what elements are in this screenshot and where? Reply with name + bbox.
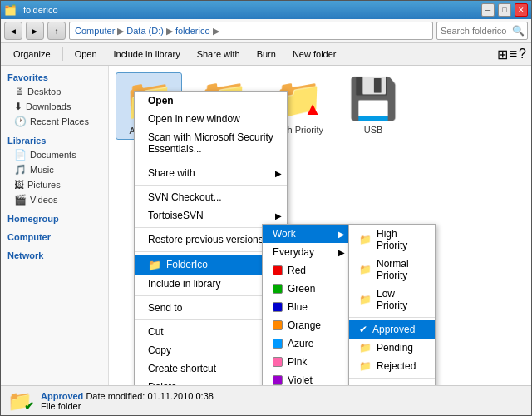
help-button[interactable]: ?	[519, 47, 526, 62]
sub1-pink[interactable]: Pink	[263, 353, 348, 371]
ctx-open-new-window[interactable]: Open in new window	[135, 110, 287, 128]
music-icon: 🎵	[14, 164, 27, 176]
submenu-folderico: Work▶ Everyday▶ Red Green Blue Orange Az…	[262, 224, 349, 385]
status-name: Approved	[41, 391, 83, 401]
new-folder-button[interactable]: New folder	[285, 46, 344, 62]
up-button[interactable]: ↑	[47, 22, 66, 40]
breadcrumb[interactable]: Computer ▶ Data (D:) ▶ folderico ▶	[69, 22, 433, 40]
sub2-pending[interactable]: 📁Pending	[349, 339, 435, 357]
homegroup-header[interactable]: Homegroup	[1, 210, 108, 225]
documents-icon: 📄	[14, 149, 27, 161]
content-area: 📁 ✔ Approved 📁 Green 📁 ▲ Hig	[109, 66, 531, 385]
view-list-button[interactable]: ≡	[510, 47, 517, 62]
breadcrumb-drive[interactable]: Data (D:)	[126, 26, 164, 36]
view-toggle-button[interactable]: ⊞	[497, 47, 508, 62]
breadcrumb-sep2: ▶	[166, 26, 173, 37]
title-bar-text: folderico	[20, 5, 478, 15]
sub1-green[interactable]: Green	[263, 280, 348, 298]
maximize-button[interactable]: □	[498, 3, 511, 17]
burn-button[interactable]: Burn	[249, 46, 283, 62]
ctx-share-with[interactable]: Share with▶	[135, 164, 287, 182]
close-button[interactable]: ✕	[515, 3, 528, 17]
favorites-header[interactable]: Favorites	[1, 69, 108, 84]
libraries-header[interactable]: Libraries	[1, 132, 108, 147]
breadcrumb-folder[interactable]: folderico	[175, 26, 210, 36]
minimize-button[interactable]: ─	[481, 3, 495, 17]
approved-icon: ✔	[359, 324, 367, 335]
ctx-scan[interactable]: Scan with Microsoft Security Essentials.…	[135, 128, 287, 158]
sidebar-item-downloads[interactable]: ⬇Downloads	[1, 99, 108, 114]
sub1-blue[interactable]: Blue	[263, 298, 348, 316]
status-bar: 📁 ✔ Approved Date modified: 01.11.2010 0…	[1, 385, 531, 415]
back-button[interactable]: ◄	[4, 22, 22, 40]
libraries-section: Libraries 📄Documents 🎵Music 🖼Pictures 🎬V…	[1, 132, 108, 207]
highpriority-badge: ▲	[303, 98, 322, 120]
sub1-red[interactable]: Red	[263, 261, 348, 280]
sub2-normal-priority[interactable]: 📁Normal Priority	[349, 255, 435, 285]
search-wrap: 🔍	[436, 22, 528, 40]
toolbar: Organize Open Include in library Share w…	[1, 43, 531, 66]
sub2-approved[interactable]: ✔Approved	[349, 320, 435, 339]
folder-usb-label: USB	[364, 125, 383, 135]
folder-usb-icon: 💾	[348, 76, 398, 121]
blue-dot	[273, 302, 283, 312]
videos-icon: 🎬	[14, 194, 27, 206]
sub1-work-arrow: ▶	[338, 230, 345, 239]
status-detail: Date modified: 01.11.2010 0:38	[86, 391, 214, 401]
sub2-high-priority[interactable]: 📁High Priority	[349, 225, 435, 255]
title-bar: 🗂️ folderico ─ □ ✕	[1, 1, 531, 19]
open-button[interactable]: Open	[67, 46, 105, 62]
normal-priority-icon: 📁	[359, 264, 372, 275]
breadcrumb-computer[interactable]: Computer	[75, 26, 115, 36]
workfiles-icon: 📁	[359, 384, 372, 385]
computer-header[interactable]: Computer	[1, 229, 108, 244]
search-icon: 🔍	[512, 25, 525, 37]
share-with-button[interactable]: Share with	[190, 46, 248, 62]
orange-dot	[273, 320, 283, 330]
sub1-azure[interactable]: Azure	[263, 334, 348, 353]
folder-usb[interactable]: 💾 USB	[340, 72, 406, 140]
sidebar-item-pictures[interactable]: 🖼Pictures	[1, 177, 108, 192]
pictures-icon: 🖼	[14, 179, 24, 191]
sidebar-item-desktop[interactable]: 🖥Desktop	[1, 84, 108, 99]
sub2-rejected[interactable]: 📁Rejected	[349, 357, 435, 375]
sub2-work-files[interactable]: 📁Work Files	[349, 381, 435, 385]
ctx-tortoisesvn[interactable]: TortoiseSVN▶	[135, 206, 287, 225]
ctx-open[interactable]: Open	[135, 92, 287, 110]
desktop-icon: 🖥	[14, 86, 24, 97]
ctx-svn-checkout[interactable]: SVN Checkout...	[135, 188, 287, 206]
folderico-icon: 📁	[148, 258, 161, 271]
sub2-sep1	[349, 317, 435, 318]
sub1-orange[interactable]: Orange	[263, 316, 348, 334]
network-header[interactable]: Network	[1, 247, 108, 262]
status-folder-icon: 📁 ✔	[7, 389, 32, 413]
ctx-share-arrow: ▶	[275, 169, 282, 178]
violet-dot	[273, 375, 283, 385]
sidebar: Favorites 🖥Desktop ⬇Downloads 🕐Recent Pl…	[1, 66, 109, 385]
organize-button[interactable]: Organize	[6, 46, 58, 62]
include-in-library-button[interactable]: Include in library	[106, 46, 188, 62]
sub1-work[interactable]: Work▶	[263, 225, 348, 243]
forward-button[interactable]: ►	[26, 22, 44, 40]
toolbar-separator	[62, 47, 63, 61]
sub2-low-priority[interactable]: 📁Low Priority	[349, 285, 435, 314]
favorites-section: Favorites 🖥Desktop ⬇Downloads 🕐Recent Pl…	[1, 69, 108, 129]
main-area: Favorites 🖥Desktop ⬇Downloads 🕐Recent Pl…	[1, 66, 531, 385]
submenu-work: 📁High Priority 📁Normal Priority 📁Low Pri…	[348, 224, 436, 385]
sidebar-item-videos[interactable]: 🎬Videos	[1, 192, 108, 207]
recent-icon: 🕐	[14, 116, 27, 127]
sub1-violet[interactable]: Violet	[263, 371, 348, 385]
rejected-icon: 📁	[359, 360, 372, 372]
sub1-everyday[interactable]: Everyday▶	[263, 243, 348, 261]
network-section: Network	[1, 247, 108, 262]
status-info: Approved Date modified: 01.11.2010 0:38 …	[41, 391, 214, 411]
sidebar-item-recent[interactable]: 🕐Recent Places	[1, 114, 108, 129]
low-priority-icon: 📁	[359, 294, 372, 305]
ctx-sep2	[135, 185, 287, 186]
sub1-everyday-arrow: ▶	[338, 248, 345, 257]
pending-icon: 📁	[359, 342, 372, 354]
ctx-tortoise-arrow: ▶	[275, 211, 282, 220]
sidebar-item-music[interactable]: 🎵Music	[1, 162, 108, 177]
sidebar-item-documents[interactable]: 📄Documents	[1, 147, 108, 162]
status-type: File folder	[41, 401, 81, 411]
